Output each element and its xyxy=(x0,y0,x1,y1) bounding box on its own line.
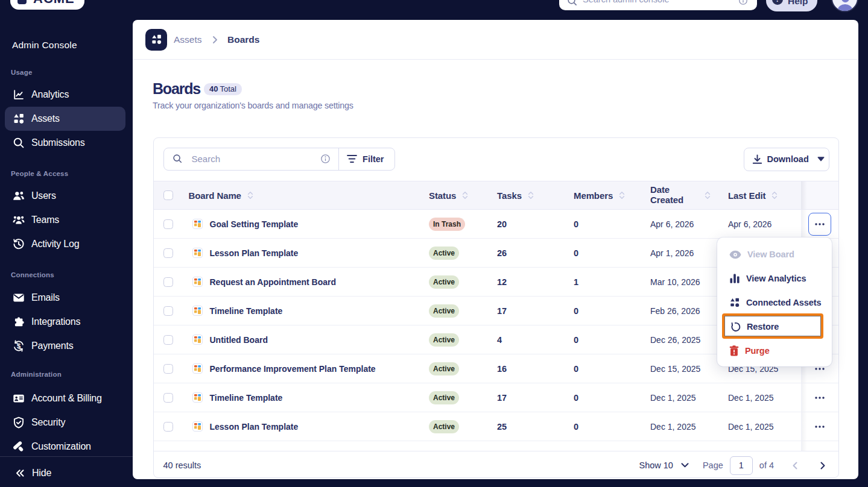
svg-text:$: $ xyxy=(17,342,21,350)
